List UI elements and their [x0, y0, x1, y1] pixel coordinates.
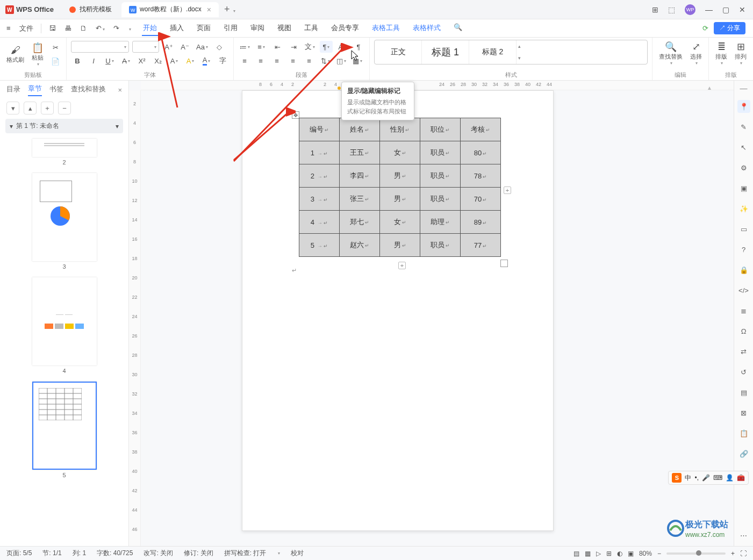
view-web-icon[interactable]: ⊞ [606, 550, 612, 557]
font-color-icon[interactable]: A▾ [200, 55, 213, 67]
menu-tools[interactable]: 工具 [303, 21, 319, 36]
style-heading1[interactable]: 标题 1 [422, 40, 469, 64]
table-cell[interactable]: 77↵ [461, 234, 501, 257]
table-header-cell[interactable]: 性别↵ [380, 118, 420, 141]
align-left-icon[interactable]: ≡ [238, 55, 251, 67]
table-cell[interactable]: 张三↵ [340, 188, 380, 211]
subscript-icon[interactable]: X₂ [152, 55, 164, 67]
table-cell[interactable]: 职员↵ [420, 234, 461, 257]
ime-mic-icon[interactable]: 🎤 [702, 474, 710, 482]
section-menu-icon[interactable]: ▾ [116, 123, 119, 130]
table-cell[interactable]: 89↵ [461, 211, 501, 234]
increase-indent-icon[interactable]: ⇥ [287, 41, 300, 53]
menu-home[interactable]: 开始 [142, 21, 158, 36]
underline-icon[interactable]: U▾ [103, 55, 116, 67]
close-tab-icon[interactable]: × [207, 5, 211, 14]
font-size-select[interactable]: ▾ [132, 41, 159, 53]
ime-keyboard-icon[interactable]: ⌨ [713, 474, 722, 482]
style-heading2[interactable]: 标题 2 [469, 40, 517, 64]
night-mode-icon[interactable]: ◐ [617, 550, 622, 557]
code-icon[interactable]: </> [737, 284, 750, 297]
menu-review[interactable]: 审阅 [249, 21, 266, 36]
nav-add-icon[interactable]: + [41, 102, 54, 114]
paragraph-marks-icon[interactable]: ¶ [352, 41, 365, 53]
book-icon[interactable]: ▭ [737, 222, 750, 235]
status-spellcheck[interactable]: 拼写检查: 打开 [224, 549, 267, 558]
menu-view[interactable]: 视图 [276, 21, 292, 36]
table-move-handle[interactable]: ✥ [292, 111, 299, 119]
history-icon[interactable]: ↺ [737, 365, 750, 378]
close-panel-icon[interactable]: ⊠ [737, 406, 750, 419]
maximize-icon[interactable]: ▢ [722, 5, 729, 14]
align-center-icon[interactable]: ≡ [254, 55, 267, 67]
user-avatar[interactable]: WP [685, 4, 695, 15]
close-nav-icon[interactable]: × [118, 86, 122, 94]
nav-expand-icon[interactable]: ▾ [6, 102, 19, 114]
table-cell[interactable]: 3 → ↵ [299, 188, 340, 211]
table-cell[interactable]: 李四↵ [340, 164, 380, 188]
clear-format-icon[interactable]: ◇ [213, 41, 226, 53]
table-cell[interactable]: 1 → ↵ [299, 141, 340, 164]
table-cell[interactable]: 4 → ↵ [299, 211, 340, 234]
search-icon[interactable]: 🔍 [453, 21, 463, 36]
tab-template-store[interactable]: 找稻壳模板 [61, 2, 119, 17]
status-revision[interactable]: 修订: 关闭 [184, 549, 213, 558]
app-logo[interactable]: W WPS Office [0, 5, 59, 14]
menu-table-tools[interactable]: 表格工具 [371, 21, 401, 36]
highlight-icon[interactable]: A▾ [184, 55, 197, 67]
table-cell[interactable]: 郑七↵ [340, 211, 380, 234]
table-cell[interactable]: 助理↵ [420, 211, 461, 234]
paste-button[interactable]: 📋粘贴▾ [30, 41, 46, 68]
file-menu[interactable]: 文件 [16, 23, 37, 34]
select-button[interactable]: ⤢选择▾ [688, 40, 704, 67]
screen-icon[interactable]: ▣ [737, 182, 750, 195]
select-tool-icon[interactable]: ↖ [737, 141, 750, 154]
border-icon[interactable]: ▦▾ [351, 55, 364, 67]
redo-icon[interactable]: ↷ [110, 23, 123, 33]
zoom-out-icon[interactable]: − [657, 550, 661, 557]
lock-icon[interactable]: 🔒 [737, 263, 750, 276]
table-resize-handle[interactable] [500, 260, 508, 267]
thumbnail-page-3[interactable] [32, 173, 97, 261]
table-cell[interactable]: 职员↵ [420, 141, 461, 164]
hamburger-icon[interactable]: ≡ [3, 23, 14, 33]
ime-mode[interactable]: 中 [685, 473, 691, 483]
format-painter-button[interactable]: 🖌格式刷 [4, 41, 26, 68]
line-spacing-icon[interactable]: ⇅▾ [319, 55, 332, 67]
bold-icon[interactable]: B [71, 55, 84, 67]
table-cell[interactable]: 职员↵ [420, 188, 461, 211]
nav-tab-toc[interactable]: 目录 [6, 84, 20, 96]
bullet-list-icon[interactable]: ≔▾ [238, 41, 252, 53]
ime-punct-icon[interactable]: •, [694, 474, 699, 482]
show-hide-marks-button[interactable]: ¶▾ [320, 41, 333, 53]
status-wordcount[interactable]: 字数: 40/725 [97, 549, 133, 558]
save-icon[interactable]: 🖫 [46, 23, 59, 33]
table-cell[interactable]: 赵六↵ [340, 234, 380, 257]
status-review[interactable]: 校对 [291, 549, 304, 558]
share-button[interactable]: ↗ 分享 [714, 22, 745, 34]
thumbnail-page-5[interactable] [32, 382, 97, 470]
style-gallery[interactable]: 正文 标题 1 标题 2 ▴▾ [374, 40, 648, 64]
thumbnail-page-4[interactable] [32, 277, 97, 365]
tab-document-active[interactable]: W word教程（新）.docx × [121, 2, 219, 17]
close-window-icon[interactable]: ✕ [739, 5, 745, 14]
table-cell[interactable]: 70↵ [461, 188, 501, 211]
help-icon[interactable]: ? [737, 243, 750, 256]
nav-collapse-icon[interactable]: ▴ [24, 102, 37, 114]
italic-icon[interactable]: I [87, 55, 100, 67]
layers-icon[interactable]: ▤ [737, 386, 750, 399]
decrease-indent-icon[interactable]: ⇤ [271, 41, 284, 53]
menu-page[interactable]: 页面 [196, 21, 212, 36]
document-page[interactable]: ✥ 编号↵ 姓名↵ 性别↵ 职位↵ 考核↵ 1 → ↵王五↵女↵职员↵80↵ 2… [242, 90, 554, 531]
table-cell[interactable]: 女↵ [380, 141, 420, 164]
align-justify-icon[interactable]: ≡ [286, 55, 299, 67]
find-replace-button[interactable]: 🔍查找替换▾ [657, 40, 685, 67]
table-cell[interactable]: 男↵ [380, 188, 420, 211]
table-cell[interactable]: 职员↵ [420, 164, 461, 188]
change-case-icon[interactable]: Aa▾ [195, 41, 210, 53]
document-area[interactable]: 2468101214161820222426283032343638404244… [129, 81, 734, 546]
table-cell[interactable]: 男↵ [380, 164, 420, 188]
more-quick-icon[interactable]: ▾ [125, 23, 134, 33]
table-header-cell[interactable]: 职位↵ [420, 118, 461, 141]
nav-remove-icon[interactable]: − [58, 102, 71, 114]
